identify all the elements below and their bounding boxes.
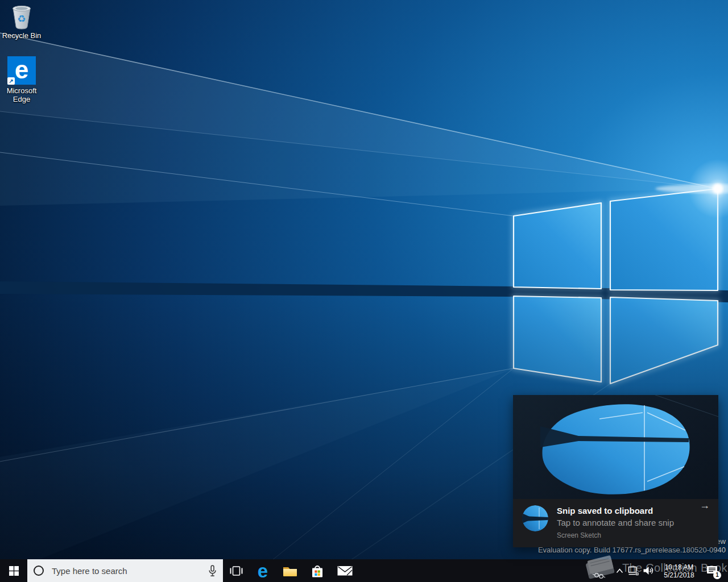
- file-explorer-icon: [282, 564, 298, 577]
- snip-blob: [542, 404, 689, 494]
- volume-tray-button[interactable]: [640, 559, 656, 582]
- notification-count-badge: 1: [713, 571, 721, 579]
- taskbar-edge-button[interactable]: e: [249, 559, 276, 582]
- clock-time: 10:18 AM: [656, 563, 702, 571]
- chevron-up-icon: [616, 568, 623, 573]
- network-icon: [628, 566, 639, 576]
- icon-label-recycle-bin: Recycle Bin: [2, 31, 42, 40]
- taskbar-file-explorer-button[interactable]: [276, 559, 304, 582]
- arrow-right-icon[interactable]: →: [700, 500, 710, 512]
- cortana-icon: [34, 566, 44, 576]
- snip-preview-image: [513, 395, 718, 499]
- shortcut-arrow-badge: ↗: [7, 77, 15, 85]
- desktop: ♻ Recycle Bin e ↗ Microsoft Edge Windows…: [0, 0, 728, 582]
- microphone-icon[interactable]: [208, 565, 217, 577]
- network-tray-button[interactable]: [626, 559, 640, 582]
- edge-icon: e ↗: [7, 56, 36, 85]
- toast-title: Snip saved to clipboard: [557, 505, 674, 517]
- store-icon: [310, 563, 325, 579]
- task-view-button[interactable]: [223, 559, 249, 582]
- taskbar-clock[interactable]: 10:18 AM 5/21/2018: [656, 563, 702, 579]
- taskbar-store-button[interactable]: [304, 559, 331, 582]
- recycle-symbol: ♻: [17, 14, 26, 24]
- clock-date: 5/21/2018: [656, 571, 702, 579]
- toast-texts: Snip saved to clipboard Tap to annotate …: [557, 505, 674, 540]
- action-center-button[interactable]: 1: [702, 559, 723, 582]
- toast-subtitle: Tap to annotate and share snip: [557, 517, 674, 529]
- toast-app-name: Screen Sketch: [557, 531, 674, 540]
- taskbar-search-input[interactable]: Type here to search: [27, 559, 223, 582]
- snip-thumbnail: [522, 505, 548, 531]
- system-tray: 10:18 AM 5/21/2018 1: [613, 559, 728, 582]
- taskbar: Type here to search e: [0, 559, 728, 582]
- windows-logo-icon: [9, 566, 19, 576]
- desktop-icon-recycle-bin[interactable]: ♻ Recycle Bin: [1, 3, 43, 40]
- hidden-icons-button[interactable]: [613, 559, 626, 582]
- taskbar-mail-button[interactable]: [331, 559, 358, 582]
- toast-body: Snip saved to clipboard Tap to annotate …: [513, 499, 718, 540]
- edge-glyph: e: [15, 56, 28, 84]
- edge-icon: e: [258, 562, 268, 580]
- icon-label-microsoft-edge: Microsoft Edge: [4, 86, 39, 103]
- start-button[interactable]: [0, 559, 27, 582]
- recycle-bin-icon: ♻: [9, 3, 34, 30]
- mail-icon: [337, 565, 353, 576]
- task-view-icon: [229, 565, 243, 577]
- notification-toast[interactable]: → Snip saved to clipboard Tap to annotat…: [513, 395, 718, 547]
- volume-icon: [643, 566, 654, 575]
- desktop-icon-microsoft-edge[interactable]: e ↗ Microsoft Edge: [1, 56, 43, 103]
- search-placeholder: Type here to search: [52, 566, 208, 576]
